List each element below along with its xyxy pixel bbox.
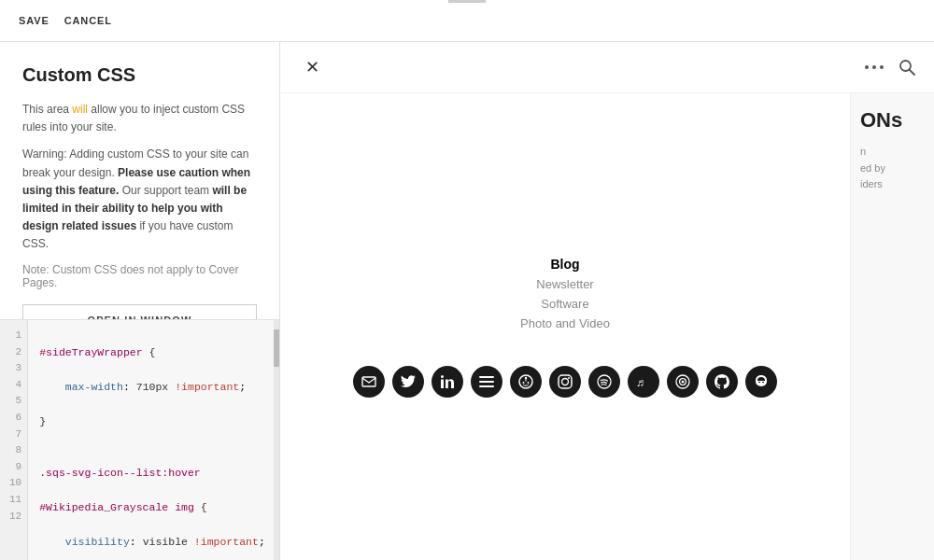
- line-numbers: 1 2 3 4 5 6 7 8 9 10 11 12: [0, 320, 28, 560]
- search-icon: [899, 59, 915, 76]
- github-social-icon[interactable]: [706, 366, 738, 398]
- list-social-icon[interactable]: [471, 366, 502, 398]
- panel-warning: Warning: Adding custom CSS to your site …: [22, 146, 257, 253]
- svg-line-4: [910, 70, 915, 76]
- instagram-social-icon[interactable]: [549, 366, 581, 398]
- twitter-social-icon[interactable]: [392, 366, 424, 398]
- code-content[interactable]: #sideTrayWrapper { max-width: 710px !imp…: [28, 320, 279, 560]
- svg-rect-5: [362, 377, 375, 386]
- partial-text: n ed by iders: [860, 144, 925, 193]
- nav-newsletter[interactable]: Newsletter: [520, 277, 610, 291]
- partial-title: ONs: [860, 108, 925, 133]
- mastodon-social-icon[interactable]: [745, 366, 777, 398]
- main-layout: Custom CSS This area will allow you to i…: [0, 42, 934, 560]
- left-panel-content: Custom CSS This area will allow you to i…: [0, 42, 279, 319]
- svg-rect-6: [441, 379, 444, 388]
- search-button[interactable]: [899, 59, 915, 76]
- svg-point-1: [872, 65, 876, 69]
- svg-point-17: [562, 378, 569, 385]
- nav-photo-video[interactable]: Photo and Video: [520, 316, 610, 330]
- left-panel: Custom CSS This area will allow you to i…: [0, 42, 280, 560]
- code-editor[interactable]: 1 2 3 4 5 6 7 8 9 10 11 12 #sideTrayWrap…: [0, 319, 279, 560]
- open-in-window-button[interactable]: OPEN IN WINDOW: [22, 304, 257, 320]
- more-options-button[interactable]: [865, 64, 884, 70]
- svg-point-23: [682, 380, 685, 383]
- svg-point-0: [865, 65, 869, 69]
- scrollbar[interactable]: [274, 320, 279, 560]
- code-line: #sideTrayWrapper {: [39, 344, 268, 361]
- svg-point-2: [880, 65, 884, 69]
- svg-rect-9: [479, 381, 494, 383]
- panel-desc: This area will allow you to inject custo…: [22, 101, 257, 136]
- preview-topbar: ✕: [280, 42, 934, 93]
- svg-rect-8: [479, 376, 494, 378]
- steam-social-icon[interactable]: [667, 366, 699, 398]
- svg-rect-10: [479, 385, 494, 387]
- code-line: .sqs-svg-icon--list:hover: [39, 465, 268, 482]
- svg-point-7: [441, 375, 444, 378]
- nav-blog[interactable]: Blog: [520, 257, 610, 272]
- top-bar-divider: [448, 0, 486, 3]
- preview-main: Blog Newsletter Software Photo and Video: [280, 93, 850, 560]
- linkedin-social-icon[interactable]: [432, 366, 463, 398]
- reddit-social-icon[interactable]: [510, 366, 542, 398]
- close-button[interactable]: ✕: [299, 54, 325, 80]
- svg-point-18: [568, 377, 570, 379]
- cancel-button[interactable]: CANCEL: [64, 15, 112, 26]
- panel-note: Note: Custom CSS does not apply to Cover…: [22, 263, 257, 289]
- svg-point-12: [523, 382, 525, 384]
- save-button[interactable]: SAVE: [19, 15, 50, 26]
- code-line: #Wikipedia_Grayscale img {: [39, 499, 268, 516]
- preview-icons: [865, 59, 915, 76]
- lastfm-social-icon[interactable]: ♬: [628, 366, 659, 398]
- code-line: max-width: 710px !important;: [39, 379, 268, 396]
- social-icons-row: ♬: [353, 366, 777, 398]
- scrollbar-thumb[interactable]: [274, 329, 279, 367]
- code-lines-container: 1 2 3 4 5 6 7 8 9 10 11 12 #sideTrayWrap…: [0, 320, 279, 560]
- svg-point-13: [528, 382, 530, 384]
- top-bar: SAVE CANCEL: [0, 0, 934, 42]
- email-social-icon[interactable]: [353, 366, 385, 398]
- preview-navigation: Blog Newsletter Software Photo and Video: [520, 257, 610, 336]
- spotify-social-icon[interactable]: [588, 366, 620, 398]
- ellipsis-icon: [865, 64, 884, 70]
- panel-title: Custom CSS: [22, 64, 257, 86]
- svg-text:♬: ♬: [636, 376, 644, 388]
- preview-content: Blog Newsletter Software Photo and Video: [280, 93, 934, 560]
- code-line: visibility: visible !important;: [39, 534, 268, 551]
- svg-point-14: [525, 376, 527, 378]
- svg-rect-16: [559, 375, 572, 388]
- nav-software[interactable]: Software: [520, 297, 610, 311]
- code-line: }: [39, 413, 268, 430]
- preview-panel: ✕: [280, 42, 934, 560]
- preview-right-partial: ONs n ed by iders: [850, 93, 934, 560]
